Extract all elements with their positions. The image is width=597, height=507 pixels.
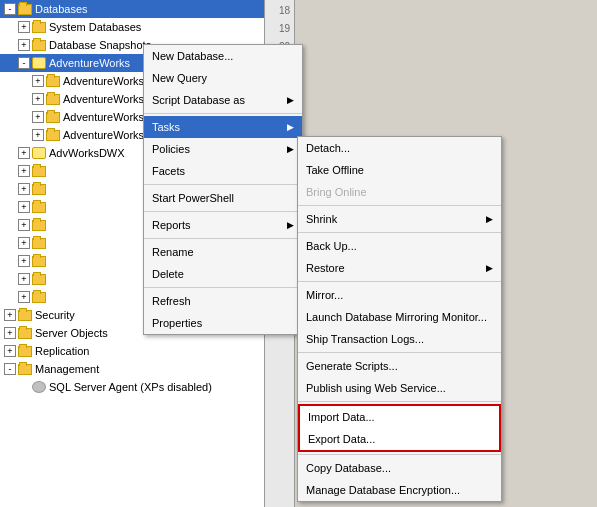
tree-label: Management: [35, 363, 99, 375]
expand-icon[interactable]: +: [32, 129, 44, 141]
menu-item-mirror[interactable]: Mirror...: [298, 284, 501, 306]
menu-item-reports[interactable]: Reports ▶: [144, 214, 302, 236]
menu-item-copy-database[interactable]: Copy Database...: [298, 457, 501, 479]
expand-icon[interactable]: -: [4, 363, 16, 375]
expand-icon[interactable]: +: [32, 111, 44, 123]
expand-icon[interactable]: +: [18, 147, 30, 159]
expand-icon[interactable]: +: [18, 39, 30, 51]
tree-label: AdventureWorks: [63, 111, 144, 123]
separator: [144, 211, 302, 212]
menu-item-tasks[interactable]: Tasks ▶: [144, 116, 302, 138]
separator: [144, 287, 302, 288]
expand-icon[interactable]: +: [4, 309, 16, 321]
menu-item-label: Refresh: [152, 295, 191, 307]
folder-icon: [32, 220, 46, 231]
menu-item-label: Import Data...: [308, 411, 375, 423]
tree-label: AdvWorksDWX: [49, 147, 125, 159]
expand-icon[interactable]: +: [18, 237, 30, 249]
menu-item-take-offline[interactable]: Take Offline: [298, 159, 501, 181]
tree-item-sql-agent[interactable]: SQL Server Agent (XPs disabled): [0, 378, 264, 396]
tree-label: Databases: [35, 3, 88, 15]
tree-label: AdventureWorks: [63, 93, 144, 105]
menu-item-start-powershell[interactable]: Start PowerShell: [144, 187, 302, 209]
folder-icon: [18, 346, 32, 357]
menu-item-publish-web-service[interactable]: Publish using Web Service...: [298, 377, 501, 399]
expand-icon[interactable]: +: [4, 327, 16, 339]
menu-item-detach[interactable]: Detach...: [298, 137, 501, 159]
expand-icon[interactable]: +: [4, 345, 16, 357]
menu-item-delete[interactable]: Delete: [144, 263, 302, 285]
separator: [298, 205, 501, 206]
expand-icon[interactable]: +: [32, 75, 44, 87]
agent-icon: [32, 381, 46, 393]
folder-icon: [32, 292, 46, 303]
expand-icon[interactable]: +: [18, 219, 30, 231]
menu-item-new-database[interactable]: New Database...: [144, 45, 302, 67]
separator: [298, 454, 501, 455]
menu-item-properties[interactable]: Properties: [144, 312, 302, 334]
tree-label: Security: [35, 309, 75, 321]
folder-icon: [32, 166, 46, 177]
menu-item-label: Back Up...: [306, 240, 357, 252]
folder-icon: [46, 130, 60, 141]
separator: [144, 184, 302, 185]
menu-item-bring-online[interactable]: Bring Online: [298, 181, 501, 203]
tree-label: Database Snapshots: [49, 39, 151, 51]
expand-icon[interactable]: -: [4, 3, 16, 15]
submenu-arrow-icon: ▶: [287, 122, 294, 132]
menu-item-label: Start PowerShell: [152, 192, 234, 204]
separator: [298, 352, 501, 353]
folder-icon: [18, 364, 32, 375]
menu-item-label: Facets: [152, 165, 185, 177]
menu-item-import-data[interactable]: Import Data...: [300, 406, 499, 428]
expand-icon[interactable]: +: [18, 201, 30, 213]
menu-item-export-data[interactable]: Export Data...: [300, 428, 499, 450]
menu-item-refresh[interactable]: Refresh: [144, 290, 302, 312]
expand-icon[interactable]: +: [18, 183, 30, 195]
submenu-arrow-icon: ▶: [287, 95, 294, 105]
menu-item-label: Generate Scripts...: [306, 360, 398, 372]
menu-item-manage-encryption[interactable]: Manage Database Encryption...: [298, 479, 501, 501]
tree-item-databases[interactable]: - Databases: [0, 0, 264, 18]
menu-item-facets[interactable]: Facets: [144, 160, 302, 182]
menu-item-new-query[interactable]: New Query: [144, 67, 302, 89]
menu-item-rename[interactable]: Rename: [144, 241, 302, 263]
submenu-arrow-icon: ▶: [287, 220, 294, 230]
folder-icon: [32, 274, 46, 285]
menu-item-restore[interactable]: Restore ▶: [298, 257, 501, 279]
tree-label: Server Objects: [35, 327, 108, 339]
menu-item-label: Export Data...: [308, 433, 375, 445]
menu-item-label: Launch Database Mirroring Monitor...: [306, 311, 487, 323]
menu-item-generate-scripts[interactable]: Generate Scripts...: [298, 355, 501, 377]
expand-icon[interactable]: +: [32, 93, 44, 105]
menu-item-launch-mirror-monitor[interactable]: Launch Database Mirroring Monitor...: [298, 306, 501, 328]
expand-icon[interactable]: +: [18, 291, 30, 303]
tree-item-system-databases[interactable]: + System Databases: [0, 18, 264, 36]
menu-item-shrink[interactable]: Shrink ▶: [298, 208, 501, 230]
menu-item-backup[interactable]: Back Up...: [298, 235, 501, 257]
menu-item-ship-transaction-logs[interactable]: Ship Transaction Logs...: [298, 328, 501, 350]
menu-item-label: New Database...: [152, 50, 233, 62]
expand-icon[interactable]: -: [18, 57, 30, 69]
menu-item-label: Shrink: [306, 213, 337, 225]
separator: [298, 232, 501, 233]
line-num-19: 19: [265, 20, 294, 38]
db-icon: [32, 57, 46, 69]
db-icon: [32, 147, 46, 159]
menu-item-label: Properties: [152, 317, 202, 329]
menu-item-label: Policies: [152, 143, 190, 155]
expand-icon[interactable]: +: [18, 255, 30, 267]
expand-icon[interactable]: +: [18, 273, 30, 285]
menu-item-label: Manage Database Encryption...: [306, 484, 460, 496]
tree-label: AdventureWorks: [63, 129, 144, 141]
expand-icon[interactable]: +: [18, 21, 30, 33]
submenu-arrow-icon: ▶: [287, 144, 294, 154]
expand-icon[interactable]: +: [18, 165, 30, 177]
menu-item-policies[interactable]: Policies ▶: [144, 138, 302, 160]
tree-item-replication[interactable]: + Replication: [0, 342, 264, 360]
menu-item-script-database[interactable]: Script Database as ▶: [144, 89, 302, 111]
menu-item-label: Bring Online: [306, 186, 367, 198]
menu-item-label: Delete: [152, 268, 184, 280]
tree-item-management[interactable]: - Management: [0, 360, 264, 378]
tree-label: AdventureWorks: [49, 57, 130, 69]
